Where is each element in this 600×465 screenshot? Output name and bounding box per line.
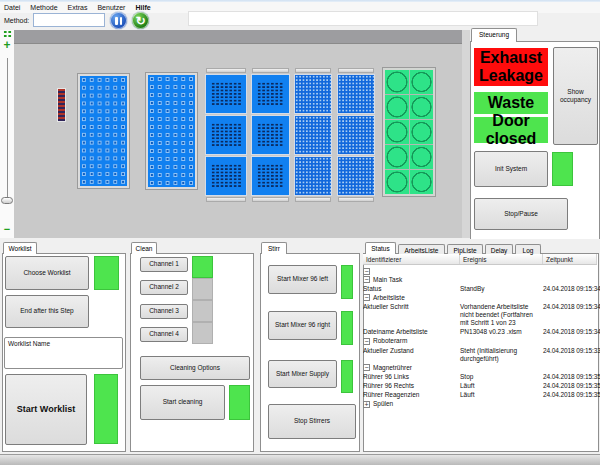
plate-stack-1-segment[interactable]: [205, 115, 247, 155]
tab-pipliste[interactable]: PipListe: [447, 244, 483, 254]
menu-item-datei[interactable]: Datei: [4, 4, 20, 11]
channel-indicator-4: [192, 322, 213, 344]
tab-delay[interactable]: Delay: [485, 244, 513, 254]
tree-row-main-task[interactable]: −Main Task: [363, 275, 597, 284]
plate-stack-2-segment[interactable]: [251, 74, 290, 114]
plate-stack-2-wells: [257, 82, 284, 106]
channel-button-4[interactable]: Channel 4: [140, 327, 188, 342]
tree-timestamp: 24.04.2018 09:15:35: [543, 372, 600, 381]
collapse-icon[interactable]: −: [363, 364, 370, 371]
plate-stack-4-segment[interactable]: [337, 156, 375, 196]
menu-item-extras[interactable]: Extras: [68, 4, 88, 11]
column-header-ereignis[interactable]: Ereignis: [460, 254, 543, 264]
collapse-icon[interactable]: −: [363, 268, 370, 275]
plate-stack-1[interactable]: [205, 68, 247, 202]
channel-button-3[interactable]: Channel 3: [140, 304, 188, 319]
tree-row-magnetr-hrer[interactable]: −Magnetrührer: [363, 363, 597, 372]
tree-timestamp: [543, 363, 597, 364]
tree-row-root[interactable]: −: [363, 266, 597, 275]
stirr-button-4[interactable]: Stop Stirrers: [268, 404, 356, 439]
tree-row-r-hrer-96-links[interactable]: Rührer 96 LinksStop24.04.2018 09:15:35: [363, 372, 597, 381]
plate-stack-3[interactable]: [294, 68, 332, 202]
tree-row-r-hrer-reagenzien[interactable]: Rührer ReagenzienLäuft24.04.2018 09:15:3…: [363, 390, 597, 399]
tree-row-r-hrer-96-rechts[interactable]: Rührer 96 RechtsLäuft24.04.2018 09:15:35: [363, 381, 597, 390]
worklist-name-field[interactable]: Worklist Name: [4, 337, 123, 369]
stop-pause-button[interactable]: Stop/Pause: [474, 198, 568, 230]
reservoir-well: [385, 120, 409, 144]
show-occupancy-button[interactable]: Show occupancy: [553, 47, 598, 145]
reservoir-well: [385, 95, 409, 119]
tree-label: Rührer Reagenzien: [363, 391, 419, 399]
reservoir-well: [410, 70, 434, 94]
pause-button[interactable]: [109, 11, 128, 30]
channel-button-2[interactable]: Channel 2: [140, 280, 188, 295]
tree-value: Steht (Initialisierung durchgeführt): [460, 346, 543, 363]
tree-row-aktueller-schritt[interactable]: Aktueller SchrittVorhandene Arbeitsliste…: [363, 302, 597, 327]
tube-strip[interactable]: [57, 88, 66, 122]
menu-item-hilfe[interactable]: Hilfe: [135, 4, 150, 11]
exhaust-leakage-indicator[interactable]: Exhaust Leakage: [474, 48, 548, 86]
tab-worklist[interactable]: Worklist: [3, 242, 37, 254]
plate-stack-4-segment[interactable]: [337, 115, 375, 155]
plate-stack-2[interactable]: [251, 68, 290, 202]
deck-canvas[interactable]: [14, 44, 462, 238]
plate-stack-3-segment[interactable]: [294, 74, 332, 114]
plate-stack-1-wells: [211, 164, 241, 188]
tree-label: Status: [363, 285, 381, 293]
plate-stack-1-segment[interactable]: [205, 74, 247, 114]
tab-stirr[interactable]: Stirr: [261, 242, 287, 254]
microplate-round-left[interactable]: [78, 74, 129, 188]
start-cleaning-button[interactable]: Start cleaning: [140, 385, 225, 420]
tab-clean[interactable]: Clean: [131, 242, 157, 254]
column-header-identifizierer[interactable]: Identifizierer: [363, 254, 460, 264]
expand-icon[interactable]: +: [363, 401, 370, 408]
zoom-out-icon[interactable]: −: [2, 224, 12, 234]
collapse-icon[interactable]: −: [363, 338, 370, 345]
zoom-slider-thumb[interactable]: [1, 197, 13, 204]
init-system-button[interactable]: Init System: [474, 151, 548, 187]
cleaning-options-button[interactable]: Cleaning Options: [140, 356, 250, 380]
tree-row-dateiname-arbeitsliste[interactable]: Dateiname ArbeitslistePN13048 v0.23 .xls…: [363, 327, 597, 336]
channel-button-1[interactable]: Channel 1: [140, 257, 188, 272]
plate-stack-3-segment[interactable]: [294, 115, 332, 155]
tab-log[interactable]: Log: [515, 244, 541, 254]
window-status-bar: [0, 454, 600, 465]
refresh-button[interactable]: ↻: [131, 11, 150, 30]
column-header-zeitpunkt[interactable]: Zeitpunkt: [543, 254, 597, 264]
choose-worklist-button[interactable]: Choose Worklist: [5, 256, 89, 290]
method-input[interactable]: [33, 13, 105, 27]
microplate-round-mid[interactable]: [146, 73, 197, 189]
tree-row-status[interactable]: StatusStandBy24.04.2018 09:15:34: [363, 284, 597, 293]
end-after-step-button[interactable]: End after this Step: [5, 295, 89, 328]
plate-stack-2-segment[interactable]: [251, 156, 290, 196]
tree-row-roboterarm[interactable]: −Roboterarm: [363, 336, 597, 345]
collapse-icon[interactable]: −: [363, 294, 370, 301]
plate-stack-1-segment[interactable]: [205, 156, 247, 196]
door-closed-indicator[interactable]: Door closed: [474, 117, 548, 143]
tab-status[interactable]: Status: [365, 242, 396, 254]
tree-label: Spülen: [373, 400, 393, 408]
tree-timestamp: 24.04.2018 09:15:34: [543, 284, 600, 293]
tree-row-sp-len[interactable]: +Spülen: [363, 399, 597, 408]
fit-view-icon[interactable]: [3, 30, 12, 38]
stirr-button-2[interactable]: Start Mixer 96 right: [268, 311, 337, 340]
stirr-button-3[interactable]: Start Mixer Supply: [268, 360, 337, 388]
plate-stack-2-segment[interactable]: [251, 115, 290, 155]
stirr-button-1[interactable]: Start Mixer 96 left: [268, 265, 337, 294]
plate-stack-3-segment[interactable]: [294, 156, 332, 196]
reservoir-plate[interactable]: [383, 68, 435, 196]
tab-steuerung[interactable]: Steuerung: [471, 28, 517, 42]
tree-row-arbeitsliste[interactable]: −Arbeitsliste: [363, 293, 597, 302]
tree-timestamp: [543, 275, 597, 276]
collapse-icon[interactable]: −: [363, 276, 370, 283]
menu-item-methode[interactable]: Methode: [30, 4, 57, 11]
tree-timestamp: 24.04.2018 09:15:33: [543, 346, 600, 355]
tab-arbeitsliste[interactable]: ArbeitsListe: [398, 244, 445, 254]
plate-stack-4-segment[interactable]: [337, 74, 375, 114]
zoom-in-icon[interactable]: +: [1, 39, 13, 51]
plate-stack-4[interactable]: [337, 68, 375, 202]
start-worklist-button[interactable]: Start Worklist: [5, 374, 87, 445]
tree-value: StandBy: [460, 284, 543, 293]
tree-row-aktueller-zustand[interactable]: Aktueller ZustandSteht (Initialisierung …: [363, 346, 597, 363]
menu-item-benutzer[interactable]: Benutzer: [97, 4, 125, 11]
